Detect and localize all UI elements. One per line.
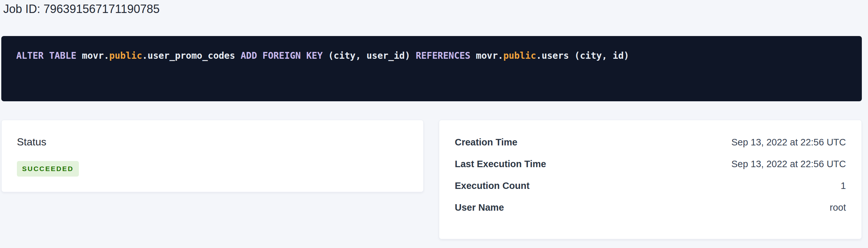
status-card: Status SUCCEEDED [1, 120, 424, 192]
detail-row: User Nameroot [455, 197, 846, 218]
sql-statement-box: ALTER TABLE movr.public.user_promo_codes… [1, 36, 862, 101]
sql-statement-text: ALTER TABLE movr.public.user_promo_codes… [16, 51, 847, 61]
detail-row-value: root [830, 202, 846, 213]
detail-row-value: Sep 13, 2022 at 22:56 UTC [731, 159, 846, 169]
job-details-page: Job ID: 796391567171190785 ALTER TABLE m… [0, 3, 868, 248]
detail-row-value: 1 [841, 181, 846, 191]
sql-token-identifier: movr. [76, 50, 109, 61]
sql-token-keyword: ADD FOREIGN KEY [241, 50, 323, 61]
detail-row-value: Sep 13, 2022 at 22:56 UTC [731, 137, 846, 148]
sql-token-identifier: .users (city, id) [536, 50, 629, 61]
status-badge: SUCCEEDED [17, 161, 79, 177]
summary-cards-row: Status SUCCEEDED Creation TimeSep 13, 20… [1, 120, 862, 239]
page-title: Job ID: 796391567171190785 [3, 3, 868, 16]
sql-token-identifier: movr. [470, 50, 503, 61]
status-card-heading: Status [17, 135, 408, 148]
sql-token-identifier: .user_promo_codes [142, 50, 241, 61]
detail-row: Last Execution TimeSep 13, 2022 at 22:56… [455, 153, 846, 175]
detail-row: Creation TimeSep 13, 2022 at 22:56 UTC [455, 131, 846, 153]
job-details-card: Creation TimeSep 13, 2022 at 22:56 UTCLa… [439, 120, 862, 239]
detail-row-label: Creation Time [455, 137, 518, 148]
detail-row-label: Last Execution Time [455, 159, 546, 169]
detail-row: Execution Count1 [455, 175, 846, 197]
detail-row-label: Execution Count [455, 181, 529, 191]
sql-token-schema: public [110, 50, 142, 61]
detail-row-label: User Name [455, 202, 504, 213]
sql-token-identifier: (city, user_id) [323, 50, 416, 61]
sql-token-schema: public [503, 50, 536, 61]
sql-token-keyword: REFERENCES [416, 50, 471, 61]
sql-token-keyword: ALTER TABLE [16, 50, 76, 61]
